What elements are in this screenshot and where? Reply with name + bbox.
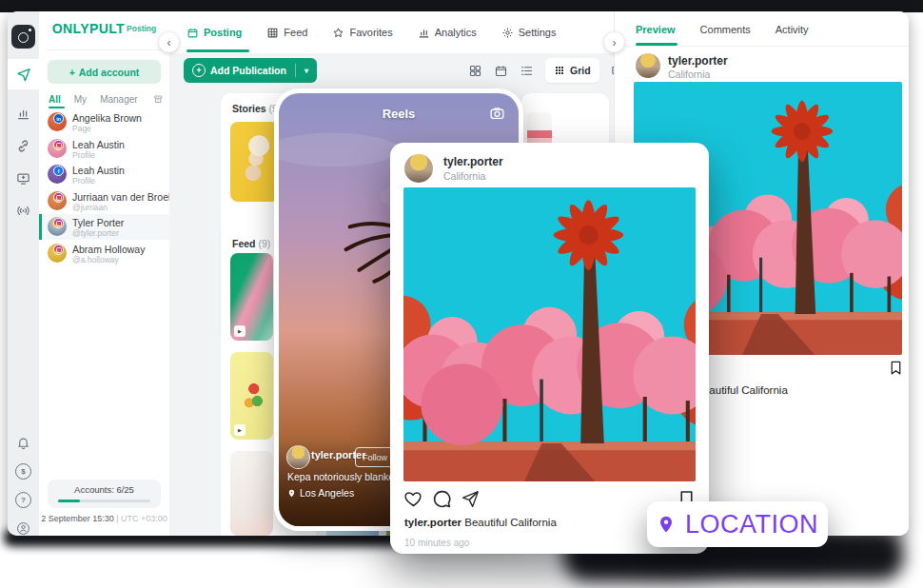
account-row[interactable]: Leah Austin Profile xyxy=(39,136,169,162)
account-row[interactable]: Jurriaan van der Broek @jurriaan xyxy=(39,188,169,214)
add-publication-dropdown[interactable]: ▾ xyxy=(296,67,317,75)
dashboard-view-icon[interactable] xyxy=(468,64,482,78)
archive-icon[interactable] xyxy=(153,93,163,106)
accounts-usage-label: Accounts: 6/25 xyxy=(48,484,161,495)
avatar xyxy=(404,154,433,183)
expand-panel-button[interactable]: › xyxy=(604,32,624,52)
table-icon xyxy=(266,27,279,39)
star-icon xyxy=(332,27,344,39)
help-icon[interactable]: ? xyxy=(8,485,39,514)
live-icon[interactable] xyxy=(8,196,39,225)
instagram-badge-icon xyxy=(53,245,64,255)
tab-manager[interactable]: Manager xyxy=(100,94,137,105)
follow-button[interactable]: Follow xyxy=(355,447,395,467)
reels-location[interactable]: Los Angeles xyxy=(287,487,354,499)
grid-icon xyxy=(554,65,565,76)
post-caption: tyler.porter Beautiful California xyxy=(404,517,557,528)
avatar: f xyxy=(48,165,67,184)
brand-name: ONLYPULT xyxy=(52,21,125,36)
list-view-icon[interactable] xyxy=(520,64,534,78)
post-image xyxy=(403,187,696,481)
video-badge-icon: ▶ xyxy=(234,325,245,337)
links-icon[interactable] xyxy=(8,131,39,160)
instagram-badge-icon xyxy=(53,218,64,228)
calendar-icon xyxy=(187,27,199,39)
feed-thumbnail[interactable]: ▶ xyxy=(230,253,273,341)
tab-analytics[interactable]: Analytics xyxy=(418,27,477,39)
accounts-sidebar: ONLYPULTPosting + Add account All My Man… xyxy=(39,11,170,536)
account-row-selected[interactable]: Tyler Porter @tyler.porter xyxy=(39,214,169,240)
divider xyxy=(47,49,162,50)
grid-view-button[interactable]: Grid xyxy=(545,58,599,83)
account-row[interactable]: Abram Holloway @a.holloway xyxy=(39,241,169,266)
preview-username: tyler.porter xyxy=(668,54,728,68)
active-tab-underline xyxy=(49,107,65,108)
feed-thumbnail[interactable]: ▶ xyxy=(230,352,273,440)
instagram-badge-icon xyxy=(53,192,64,203)
linkedin-badge-icon: in xyxy=(53,113,64,124)
preview-location: California xyxy=(668,69,710,80)
location-button[interactable]: LOCATION xyxy=(647,501,828,547)
tab-my[interactable]: My xyxy=(74,94,87,105)
icon-rail: $ ? xyxy=(8,11,39,536)
analytics-icon[interactable] xyxy=(8,99,39,127)
tab-favorites[interactable]: Favorites xyxy=(332,27,392,39)
story-thumbnail[interactable] xyxy=(230,122,280,202)
account-row[interactable]: f Leah Austin Profile xyxy=(39,162,169,187)
profile-icon[interactable] xyxy=(8,514,39,536)
avatar xyxy=(48,244,67,263)
main-nav: Posting Feed Favorites Analytics Setting… xyxy=(169,11,614,53)
post-username[interactable]: tyler.porter xyxy=(443,155,503,168)
chevron-down-icon: ▾ xyxy=(304,67,308,75)
share-icon[interactable] xyxy=(461,489,481,509)
gear-icon xyxy=(501,27,514,39)
send-icon[interactable] xyxy=(8,59,39,89)
tab-preview[interactable]: Preview xyxy=(636,24,676,35)
post-location[interactable]: California xyxy=(443,170,485,182)
billing-icon[interactable]: $ xyxy=(8,457,39,485)
add-publication-button[interactable]: + Add Publication ▾ xyxy=(184,58,317,83)
tab-feed[interactable]: Feed xyxy=(266,27,307,39)
plus-icon: + xyxy=(69,67,75,78)
comment-icon[interactable] xyxy=(432,489,452,509)
brand-suffix: Posting xyxy=(127,24,156,33)
divider xyxy=(615,46,909,47)
notifications-icon[interactable] xyxy=(8,428,39,457)
tab-posting[interactable]: Posting xyxy=(187,27,242,39)
brand-logo: ONLYPULTPosting xyxy=(39,20,169,37)
tab-settings[interactable]: Settings xyxy=(501,27,557,39)
instagram-logo-icon xyxy=(8,22,39,50)
reels-title: Reels xyxy=(279,107,519,121)
collapse-sidebar-button[interactable]: ‹ xyxy=(159,32,179,52)
add-account-button[interactable]: + Add account xyxy=(48,60,161,84)
post-timestamp: 10 minutes ago xyxy=(404,538,469,548)
multiposting-icon[interactable] xyxy=(8,164,39,192)
avatar xyxy=(48,139,67,158)
pin-icon xyxy=(657,513,676,536)
facebook-badge-icon: f xyxy=(53,166,64,176)
progress-fill xyxy=(58,500,80,502)
tab-all[interactable]: All xyxy=(49,94,61,105)
chevron-right-icon: › xyxy=(613,36,617,49)
video-badge-icon: ▶ xyxy=(234,424,245,436)
avatar xyxy=(48,217,67,236)
avatar: in xyxy=(48,112,67,131)
accounts-usage: Accounts: 6/25 xyxy=(48,480,161,508)
account-row[interactable]: in Angelika Brown Page xyxy=(39,109,169,135)
camera-icon[interactable] xyxy=(489,106,505,122)
chevron-left-icon: ‹ xyxy=(167,36,171,49)
tab-comments[interactable]: Comments xyxy=(700,24,751,35)
avatar xyxy=(286,445,310,469)
bookmark-icon[interactable] xyxy=(888,360,904,376)
avatar xyxy=(48,191,67,210)
feed-thumbnail[interactable] xyxy=(230,451,273,536)
chart-icon xyxy=(418,27,430,39)
tab-activity[interactable]: Activity xyxy=(776,24,809,35)
accounts-usage-progressbar xyxy=(58,500,150,502)
instagram-badge-icon xyxy=(53,140,64,150)
like-icon[interactable] xyxy=(403,489,423,509)
calendar-view-icon[interactable] xyxy=(494,64,508,78)
plus-circle-icon: + xyxy=(192,64,206,77)
feed-title: Feed (9) xyxy=(232,238,270,249)
pin-icon xyxy=(287,488,296,499)
